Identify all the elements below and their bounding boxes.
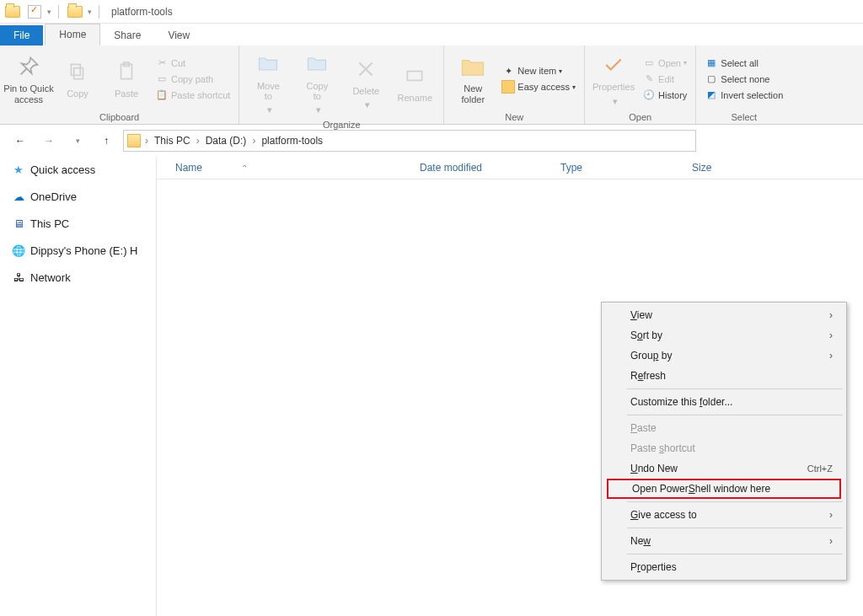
folder-icon	[3, 3, 22, 21]
properties-icon	[600, 51, 627, 78]
back-button[interactable]: ←	[8, 129, 32, 153]
copypath-icon: ▭	[155, 72, 169, 86]
svg-rect-0	[74, 68, 83, 79]
edit-icon: ✎	[642, 72, 656, 86]
context-menu: View› Sort by› Group by› Refresh Customi…	[601, 302, 847, 581]
paste-shortcut-button[interactable]: 📋Paste shortcut	[155, 88, 230, 102]
ctx-sort-by[interactable]: Sort by›	[603, 325, 844, 345]
selectnone-icon: ▢	[705, 72, 718, 86]
ctx-refresh[interactable]: Refresh	[603, 366, 844, 386]
up-button[interactable]: ↑	[94, 129, 118, 153]
globe-icon: 🌐	[12, 244, 25, 257]
open-icon: ▭	[642, 56, 656, 70]
col-date[interactable]: Date modified	[420, 162, 560, 174]
delete-icon	[352, 56, 379, 83]
recent-locations-button[interactable]: ▾	[66, 129, 89, 153]
svg-rect-1	[71, 65, 80, 76]
group-select-label: Select	[701, 110, 786, 124]
forward-button[interactable]: →	[37, 129, 61, 153]
ctx-paste-shortcut[interactable]: Paste shortcut	[603, 438, 844, 458]
copy-to-button[interactable]: Copy to▾	[293, 47, 340, 118]
tab-view[interactable]: View	[154, 25, 203, 46]
move-to-button[interactable]: Move to▾	[244, 47, 292, 118]
sidebar-network[interactable]: 🖧Network	[0, 268, 156, 287]
rename-button[interactable]: Rename	[391, 47, 438, 118]
folder-icon	[127, 134, 141, 147]
breadcrumb-drive[interactable]: Data (D:)	[204, 135, 249, 147]
copy-path-button[interactable]: ▭Copy path	[155, 72, 230, 86]
sidebar-onedrive[interactable]: ☁OneDrive	[0, 187, 156, 206]
ctx-properties[interactable]: Properties	[603, 557, 844, 577]
ctx-open-powershell[interactable]: Open PowerShell window here	[607, 479, 841, 499]
selectall-icon: ▦	[705, 56, 718, 70]
newitem-icon: ✦	[501, 64, 515, 78]
pc-icon: 🖥	[12, 217, 25, 230]
ctx-customize[interactable]: Customize this folder...	[603, 392, 844, 412]
navigation-pane[interactable]: ★Quick access ☁OneDrive 🖥This PC 🌐Dippsy…	[0, 157, 157, 616]
open-button[interactable]: ▭Open▾	[642, 56, 687, 70]
new-item-button[interactable]: ✦New item▾	[501, 64, 576, 78]
newfolder-icon	[459, 53, 486, 80]
cut-button[interactable]: ✂Cut	[155, 56, 230, 70]
paste-button[interactable]: Paste	[103, 47, 150, 110]
qat-dropdown[interactable]: ▾	[47, 8, 51, 16]
new-folder-button[interactable]: New folder	[449, 47, 496, 110]
easyaccess-icon	[501, 80, 515, 94]
star-icon: ★	[12, 163, 25, 176]
ctx-new[interactable]: New›	[603, 531, 844, 551]
copyto-icon	[303, 51, 330, 78]
sidebar-phone-e-h[interactable]: 🌐Dippsy's Phone (E:) H	[0, 241, 156, 260]
onedrive-icon: ☁	[12, 190, 25, 203]
edit-button[interactable]: ✎Edit	[642, 72, 687, 86]
qat-properties-icon[interactable]	[25, 3, 44, 21]
ctx-view[interactable]: View›	[603, 305, 844, 325]
breadcrumb-folder[interactable]: platform-tools	[260, 135, 324, 147]
tab-file[interactable]: File	[0, 25, 43, 46]
pasteshortcut-icon: 📋	[155, 88, 169, 102]
copy-button[interactable]: Copy	[54, 47, 101, 110]
copy-icon	[64, 58, 91, 85]
address-bar[interactable]: › This PC› Data (D:)› platform-tools	[123, 130, 696, 152]
nav-bar: ← → ▾ ↑ › This PC› Data (D:)› platform-t…	[0, 125, 863, 157]
ctx-group-by[interactable]: Group by›	[603, 345, 844, 366]
col-type[interactable]: Type	[560, 162, 692, 174]
network-icon: 🖧	[12, 271, 25, 284]
ctx-paste[interactable]: Paste	[603, 418, 844, 438]
rename-icon	[401, 62, 428, 89]
history-icon: 🕘	[642, 88, 656, 102]
invert-selection-button[interactable]: ◩Invert selection	[705, 88, 783, 102]
invert-icon: ◩	[705, 88, 718, 102]
folder-icon-2	[66, 3, 84, 21]
paste-icon	[113, 58, 140, 85]
easy-access-button[interactable]: Easy access▾	[501, 80, 576, 94]
window-title: platform-tools	[111, 6, 173, 18]
ctx-undo-new[interactable]: Undo NewCtrl+Z	[603, 458, 844, 479]
select-none-button[interactable]: ▢Select none	[705, 72, 783, 86]
history-button[interactable]: 🕘History	[642, 88, 687, 102]
group-clipboard-label: Clipboard	[5, 110, 233, 124]
breadcrumb-thispc[interactable]: This PC	[153, 135, 192, 147]
tab-home[interactable]: Home	[45, 24, 100, 46]
column-headers[interactable]: Name⌃ Date modified Type Size	[157, 157, 863, 179]
ribbon: Pin to Quick access Copy Paste ✂Cut ▭Cop…	[0, 46, 863, 125]
ribbon-tabs: File Home Share View	[0, 24, 863, 46]
col-name[interactable]: Name⌃	[175, 162, 420, 174]
pin-to-quick-access-button[interactable]: Pin to Quick access	[5, 47, 52, 110]
pin-icon	[15, 53, 42, 80]
sidebar-this-pc[interactable]: 🖥This PC	[0, 214, 156, 233]
sidebar-quick-access[interactable]: ★Quick access	[0, 160, 156, 179]
group-open-label: Open	[590, 110, 690, 124]
select-all-button[interactable]: ▦Select all	[705, 56, 783, 70]
delete-button[interactable]: Delete▾	[342, 47, 389, 118]
properties-button[interactable]: Properties▾	[590, 47, 637, 110]
svg-rect-4	[408, 72, 422, 81]
tab-share[interactable]: Share	[100, 25, 154, 46]
group-new-label: New	[449, 110, 579, 124]
moveto-icon	[255, 51, 281, 78]
col-size[interactable]: Size	[692, 162, 776, 174]
ctx-give-access[interactable]: Give access to›	[603, 505, 844, 525]
title-bar: ▾ ▾ platform-tools	[0, 0, 863, 24]
cut-icon: ✂	[155, 56, 169, 70]
